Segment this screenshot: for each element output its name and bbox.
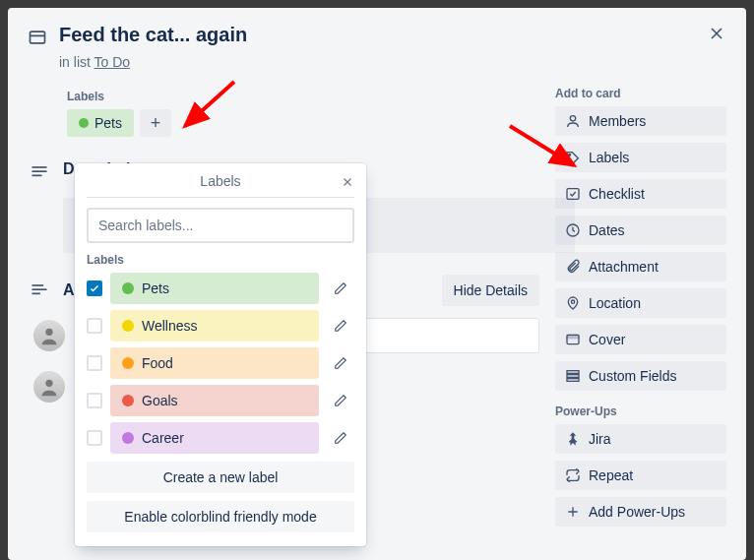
- svg-point-13: [571, 300, 574, 303]
- sidebar-item-label: Jira: [589, 431, 611, 447]
- label-row: Goals: [87, 385, 354, 416]
- label-option[interactable]: Goals: [110, 385, 319, 416]
- avatar[interactable]: [33, 320, 65, 351]
- avatar[interactable]: [33, 371, 65, 403]
- svg-rect-15: [567, 335, 579, 338]
- svg-rect-18: [567, 379, 579, 382]
- sidebar-item-label: Attachment: [589, 259, 659, 275]
- label-dot-icon: [122, 432, 134, 444]
- label-dot-icon: [122, 282, 134, 294]
- label-dot-icon: [122, 395, 134, 406]
- popover-section-label: Labels: [87, 253, 354, 267]
- sidebar-item-label: Location: [589, 295, 641, 311]
- svg-rect-6: [32, 293, 40, 295]
- repeat-icon: [565, 467, 581, 483]
- card-icon: [28, 28, 47, 50]
- label-row: Pets: [87, 273, 354, 304]
- sidebar-item-label: Labels: [589, 150, 629, 165]
- edit-label-icon[interactable]: [327, 385, 354, 416]
- fields-icon: [565, 368, 581, 384]
- label-option[interactable]: Food: [110, 347, 319, 379]
- label-dot-icon: [122, 320, 134, 332]
- label-option[interactable]: Pets: [110, 273, 319, 304]
- label-dot-icon: [79, 118, 89, 128]
- sidebar-item-add-powerups[interactable]: Add Power-Ups: [555, 497, 726, 527]
- sidebar-item-label: Members: [589, 113, 646, 129]
- plus-icon: +: [151, 113, 161, 134]
- svg-point-9: [570, 116, 575, 121]
- sidebar-item-attachment[interactable]: Attachment: [555, 252, 726, 281]
- sidebar-item-dates[interactable]: Dates: [555, 216, 726, 245]
- label-checkbox[interactable]: [87, 355, 102, 371]
- sidebar-item-repeat[interactable]: Repeat: [555, 461, 726, 490]
- label-checkbox[interactable]: [87, 280, 102, 296]
- sidebar-item-checklist[interactable]: Checklist: [555, 179, 726, 209]
- label-option[interactable]: Wellness: [110, 310, 319, 342]
- card-modal: Feed the cat... again in list To Do Labe…: [8, 8, 746, 560]
- svg-rect-4: [32, 284, 44, 286]
- hide-details-button[interactable]: Hide Details: [442, 275, 539, 306]
- label-name: Wellness: [142, 318, 198, 334]
- edit-label-icon[interactable]: [327, 347, 354, 379]
- label-chip-pets[interactable]: Pets: [67, 109, 134, 137]
- sidebar-item-label: Add Power-Ups: [589, 504, 685, 520]
- svg-rect-11: [567, 189, 579, 200]
- svg-rect-2: [32, 170, 47, 172]
- colorblind-mode-button[interactable]: Enable colorblind friendly mode: [87, 501, 354, 532]
- sidebar-item-label: Checklist: [589, 186, 645, 202]
- card-sidebar: Add to card Members Labels Checklist Dat…: [555, 24, 726, 533]
- sidebar-item-jira[interactable]: Jira: [555, 424, 726, 454]
- svg-point-7: [45, 329, 52, 336]
- svg-point-10: [569, 154, 571, 156]
- in-list-link[interactable]: To Do: [94, 54, 131, 70]
- edit-label-icon[interactable]: [327, 310, 354, 342]
- label-name: Career: [142, 430, 184, 446]
- cover-icon: [565, 332, 581, 347]
- applied-labels: Pets +: [67, 109, 539, 137]
- sidebar-item-labels[interactable]: Labels: [555, 143, 726, 172]
- plus-icon: [565, 504, 581, 520]
- label-row: Wellness: [87, 310, 354, 342]
- label-option[interactable]: Career: [110, 422, 319, 454]
- sidebar-item-label: Custom Fields: [589, 368, 676, 384]
- sidebar-item-location[interactable]: Location: [555, 288, 726, 318]
- close-icon[interactable]: [341, 173, 354, 194]
- sidebar-item-cover[interactable]: Cover: [555, 325, 726, 354]
- label-row: Food: [87, 347, 354, 379]
- svg-rect-5: [32, 288, 47, 290]
- svg-rect-16: [567, 371, 579, 374]
- label-chip-text: Pets: [94, 115, 122, 131]
- sidebar-item-custom-fields[interactable]: Custom Fields: [555, 361, 726, 391]
- create-label-button[interactable]: Create a new label: [87, 462, 354, 493]
- labels-popover: Labels Labels PetsWellnessFoodGoalsCaree…: [75, 163, 366, 546]
- label-checkbox[interactable]: [87, 318, 102, 334]
- svg-rect-0: [31, 31, 45, 43]
- svg-rect-1: [32, 166, 47, 168]
- svg-point-8: [45, 380, 52, 387]
- add-to-card-heading: Add to card: [555, 87, 726, 100]
- user-icon: [565, 113, 581, 129]
- in-list-prefix: in list: [59, 54, 94, 70]
- card-title[interactable]: Feed the cat... again: [59, 24, 247, 46]
- close-icon[interactable]: [707, 24, 726, 47]
- description-icon: [28, 162, 51, 182]
- label-name: Food: [142, 355, 173, 371]
- clock-icon: [565, 222, 581, 238]
- add-label-button[interactable]: +: [140, 109, 171, 137]
- search-labels-input[interactable]: [87, 208, 354, 243]
- tag-icon: [565, 150, 581, 165]
- edit-label-icon[interactable]: [327, 422, 354, 454]
- sidebar-item-label: Cover: [589, 332, 625, 347]
- svg-rect-3: [32, 175, 42, 177]
- edit-label-icon[interactable]: [327, 273, 354, 304]
- label-row: Career: [87, 422, 354, 454]
- popover-title: Labels: [200, 173, 240, 189]
- sidebar-item-members[interactable]: Members: [555, 106, 726, 136]
- label-checkbox[interactable]: [87, 393, 102, 408]
- label-checkbox[interactable]: [87, 430, 102, 446]
- jira-icon: [565, 431, 581, 447]
- sidebar-item-label: Repeat: [589, 467, 633, 483]
- activity-icon: [28, 280, 51, 300]
- paperclip-icon: [565, 259, 581, 275]
- svg-rect-17: [567, 375, 579, 378]
